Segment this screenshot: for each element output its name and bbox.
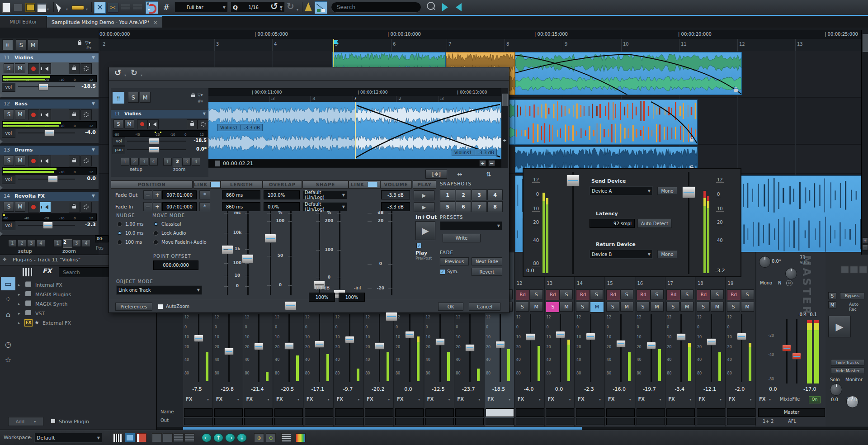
fader-knob[interactable]	[435, 338, 445, 346]
chevron-down-icon[interactable]: ▾	[267, 398, 269, 402]
mixtofile-on-badge[interactable]: On	[809, 396, 821, 403]
strip-name-cell[interactable]	[546, 408, 574, 417]
fader-knob[interactable]	[224, 348, 234, 355]
fader-knob[interactable]	[375, 342, 384, 350]
strip-fx-row[interactable]: FX▾	[606, 396, 634, 403]
hide-master-button[interactable]: hide Master	[831, 367, 864, 374]
chevron-down-icon[interactable]: ▾	[297, 398, 299, 402]
undo-dropdown-arrow[interactable]: ▾	[280, 8, 282, 12]
solo2-button[interactable]: S	[606, 302, 619, 312]
undo-arrow[interactable]: ▾	[124, 73, 126, 77]
nudge-radio[interactable]	[117, 231, 122, 236]
solo2-button[interactable]: S	[637, 302, 650, 312]
fade-out-volume-value[interactable]: -3.3 dB	[381, 190, 410, 199]
strip-name-cell[interactable]	[365, 408, 393, 417]
redo-dropdown-arrow[interactable]: ▾	[297, 8, 298, 12]
strip-name-cell[interactable]	[697, 408, 725, 417]
master-solo-button[interactable]: S	[828, 292, 836, 299]
ok-button[interactable]: OK	[438, 303, 463, 311]
dialog-slider-track[interactable]	[339, 211, 340, 295]
fader-track[interactable]	[319, 314, 320, 382]
fader-track[interactable]	[590, 314, 591, 382]
record-ready-button[interactable]: Rd	[546, 289, 560, 300]
master-fader-track[interactable]	[786, 319, 788, 383]
mute-button[interactable]: M	[15, 202, 25, 212]
wave-zoom-out-button[interactable]: −	[488, 160, 495, 166]
all-solo-button[interactable]: S	[128, 92, 139, 103]
fader-knob[interactable]	[526, 333, 535, 341]
track-name-bar[interactable]: 12Bass▼	[0, 99, 99, 109]
strip-fx-row[interactable]: FX▾	[305, 396, 332, 403]
metronome-icon[interactable]	[305, 2, 312, 11]
add-plugin-button[interactable]: Add▾	[8, 417, 43, 426]
move-handle-icon[interactable]: ✥	[3, 257, 6, 262]
fader-track[interactable]	[560, 314, 561, 382]
tab-midi-editor[interactable]: MIDI Editor	[0, 16, 47, 28]
record-ready-button[interactable]: Rd	[697, 289, 711, 300]
track-collapse-arrow[interactable]	[0, 139, 3, 144]
record-ready-button[interactable]: Rd	[606, 289, 620, 300]
mixer-strip[interactable]: 17RdSSM12010204080-3.4FX▾	[665, 252, 695, 426]
solo-button[interactable]: S	[4, 156, 14, 166]
strip-out-cell[interactable]	[576, 418, 604, 425]
record-ready-button[interactable]: Rd	[516, 289, 530, 300]
fade-in-star-button[interactable]: *	[199, 202, 210, 211]
fader-track[interactable]	[530, 314, 531, 382]
dialog-slider-track[interactable]	[247, 211, 249, 295]
solo2-button[interactable]: S	[727, 302, 740, 312]
mute-button[interactable]: M	[651, 302, 664, 312]
strip-name-cell[interactable]	[516, 408, 544, 417]
strip-name-cell[interactable]	[727, 408, 755, 417]
next-fade-button[interactable]: Next Fade	[472, 257, 502, 265]
solo-button[interactable]: S	[741, 289, 754, 299]
solo2-button[interactable]: S	[576, 302, 589, 312]
chevron-down-icon[interactable]: ▾	[478, 398, 480, 402]
dialog-slider-knob[interactable]	[264, 234, 276, 243]
mute-button[interactable]: M	[15, 63, 25, 73]
cursor-dropdown-arrow[interactable]: ▾	[66, 7, 68, 11]
search-next-icon[interactable]	[442, 3, 448, 11]
previous-fade-button[interactable]: Previous	[440, 257, 469, 265]
rows2-icon[interactable]	[184, 433, 194, 442]
master-pan-knob[interactable]	[759, 256, 771, 268]
setup-button[interactable]: 1	[8, 239, 17, 247]
move-mode-radio[interactable]	[153, 231, 158, 236]
monitor-icon[interactable]: ▭	[1, 277, 15, 290]
fade-out-star-button[interactable]: *	[199, 190, 210, 199]
fader-knob[interactable]	[646, 342, 656, 349]
fader-knob[interactable]	[345, 336, 354, 343]
object-start-icon[interactable]	[152, 433, 162, 442]
fader-knob[interactable]	[405, 331, 415, 338]
percent-right-value[interactable]: 100%	[339, 293, 365, 302]
save-pack-icon[interactable]	[25, 3, 35, 12]
strip-name-cell[interactable]	[274, 408, 303, 417]
favorites-icon[interactable]: ☆	[1, 353, 15, 366]
track-manager-icon[interactable]: ⣿	[113, 92, 124, 104]
arrow-up-icon[interactable]: ↑	[213, 433, 223, 442]
rows-icon[interactable]	[174, 433, 184, 442]
arrow-right-icon[interactable]: →	[225, 433, 235, 442]
fader-knob[interactable]	[254, 343, 264, 350]
strip-fx-row[interactable]: FX▾	[576, 396, 604, 403]
track-header[interactable]: 13Drums▼SM-80-40-20-10012vol0.0	[0, 146, 99, 189]
fade-out-play-button[interactable]: ▶	[414, 190, 434, 200]
tree-item[interactable]: ▸FX★External FX	[17, 318, 153, 327]
crossfade-tool-icon[interactable]: ✕	[94, 2, 106, 14]
vol-slider-knob[interactable]	[149, 138, 160, 144]
tree-expand-arrow[interactable]: ▸	[18, 302, 20, 306]
show-plugin-checkbox[interactable]	[51, 419, 56, 424]
master-fx-row[interactable]: FX▾MixtoFileOn	[758, 396, 824, 403]
fader-knob[interactable]	[616, 340, 626, 347]
move-mode-radio[interactable]	[153, 240, 158, 245]
mute-button[interactable]: M	[560, 302, 573, 312]
latency-value[interactable]: 92 smpl	[590, 219, 635, 228]
link-toggle[interactable]	[210, 182, 220, 187]
strip-out-cell[interactable]	[606, 418, 635, 425]
mixer-strip[interactable]: 13RdSSM120102040800.0FX▾	[545, 252, 575, 426]
folder-icon[interactable]	[841, 266, 849, 273]
strip-name-cell[interactable]	[666, 408, 695, 417]
strip-out-cell[interactable]	[637, 418, 665, 425]
gear-button[interactable]	[198, 119, 208, 129]
mute-button[interactable]: M	[711, 302, 724, 312]
list-icon[interactable]	[850, 266, 858, 273]
